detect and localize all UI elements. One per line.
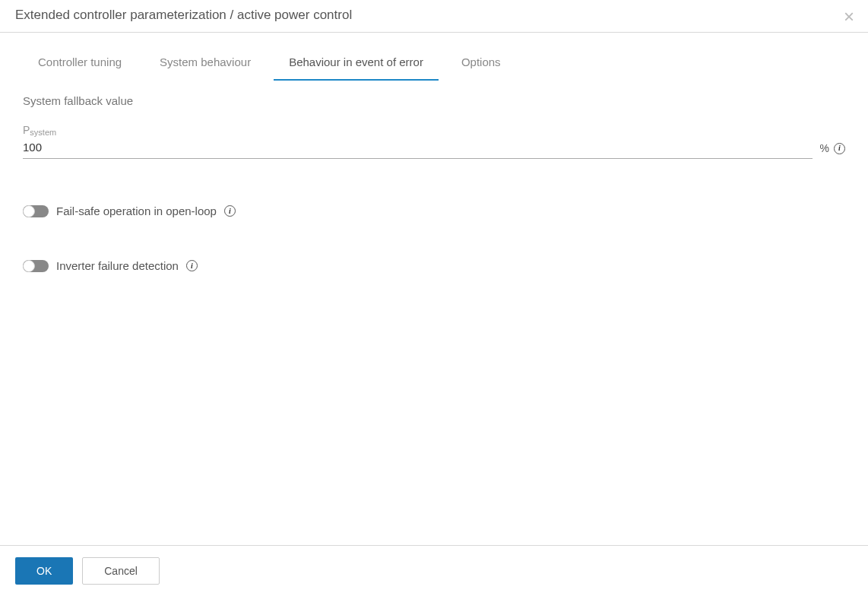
dialog-title: Extended controller parameterization / a…: [15, 8, 853, 23]
fail-safe-row: Fail-safe operation in open-loop i: [23, 204, 845, 217]
psystem-unit: %: [820, 142, 829, 154]
tab-behaviour-error[interactable]: Behaviour in event of error: [274, 46, 439, 81]
fail-safe-label: Fail-safe operation in open-loop: [56, 204, 217, 217]
content-area: System fallback value Psystem % i Fail-s…: [0, 81, 868, 545]
close-icon[interactable]: ×: [844, 8, 854, 26]
dialog-footer: OK Cancel: [0, 545, 868, 596]
psystem-input-row: % i: [23, 138, 845, 159]
cancel-button[interactable]: Cancel: [82, 557, 160, 585]
tab-system-behaviour[interactable]: System behaviour: [144, 46, 266, 81]
tab-controller-tuning[interactable]: Controller tuning: [23, 46, 137, 81]
ok-button[interactable]: OK: [15, 557, 73, 585]
dialog-header: Extended controller parameterization / a…: [0, 0, 868, 33]
fail-safe-toggle[interactable]: [23, 205, 49, 217]
tab-options[interactable]: Options: [446, 46, 516, 81]
psystem-field-group: Psystem % i: [23, 124, 845, 159]
toggle-thumb: [23, 260, 35, 272]
info-icon[interactable]: i: [224, 205, 236, 217]
inverter-failure-toggle[interactable]: [23, 260, 49, 272]
psystem-label-main: P: [23, 124, 30, 136]
psystem-input[interactable]: [23, 138, 813, 159]
toggle-thumb: [23, 205, 35, 217]
info-icon[interactable]: i: [834, 143, 845, 154]
inverter-failure-row: Inverter failure detection i: [23, 259, 845, 272]
psystem-label-sub: system: [30, 128, 56, 137]
inverter-failure-label: Inverter failure detection: [56, 259, 179, 272]
section-title: System fallback value: [23, 94, 845, 107]
info-icon[interactable]: i: [186, 260, 198, 271]
psystem-label: Psystem: [23, 124, 845, 136]
tab-bar: Controller tuning System behaviour Behav…: [0, 46, 868, 81]
